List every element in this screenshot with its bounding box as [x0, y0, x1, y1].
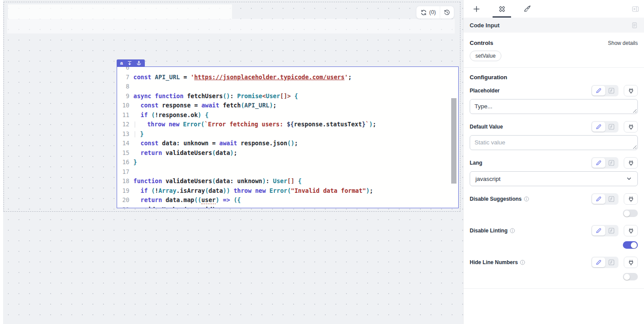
bind-data-button[interactable] — [624, 121, 638, 133]
line-content: } — [133, 158, 458, 167]
editor-scrollbar-thumb[interactable] — [451, 98, 456, 184]
static-mode-button[interactable] — [592, 86, 605, 96]
expression-mode-button[interactable] — [605, 194, 618, 204]
toggle-knob — [624, 274, 630, 280]
components-icon — [498, 5, 506, 13]
line-number: 7 — [117, 73, 133, 82]
line-number: 16 — [117, 158, 133, 167]
line-content: } — [133, 129, 458, 139]
toggle-knob — [624, 210, 630, 217]
widget-name-label[interactable]: a — [120, 61, 123, 66]
static-mode-button[interactable] — [592, 194, 605, 204]
expression-mode-button[interactable] — [605, 86, 618, 96]
code-line-18: 18function validateUsers(data: unknown):… — [117, 177, 458, 186]
line-number: 20 — [117, 195, 133, 205]
line-number: 6 — [117, 67, 133, 73]
auto-height-icon[interactable] — [127, 61, 132, 66]
collapse-panel-button[interactable] — [632, 5, 639, 13]
field-label-default-value: Default Value — [470, 124, 503, 130]
expression-mode-button[interactable] — [605, 226, 618, 236]
code-line-11: 11 if (!response.ok) { — [117, 110, 458, 120]
code-line-16: 16} — [117, 158, 458, 167]
line-content — [133, 82, 458, 92]
line-content: if (!response.ok) { — [133, 110, 458, 120]
static-mode-button[interactable] — [592, 226, 605, 236]
info-icon[interactable] — [524, 196, 529, 202]
static-mode-button[interactable] — [592, 158, 605, 168]
configuration-heading: Configuration — [470, 74, 507, 81]
field-label-disable-suggestions: Disable Suggestions — [470, 196, 529, 202]
config-field-disable-suggestions: Disable Suggestions — [470, 193, 638, 217]
toggle-hide-line-numbers[interactable] — [623, 273, 638, 280]
bind-data-button[interactable] — [624, 85, 638, 96]
expression-mode-button[interactable] — [605, 122, 618, 132]
field-input-default-value[interactable]: Static value — [470, 135, 638, 150]
code-line-20: 20 return data.map((user) => ({ — [117, 195, 458, 205]
line-number: 21 — [117, 205, 133, 208]
toggle-disable-linting[interactable] — [623, 241, 638, 249]
line-content — [133, 167, 458, 177]
resize-handle[interactable] — [633, 109, 637, 113]
resize-handle[interactable] — [633, 145, 637, 149]
code-line-13: 13 } — [117, 129, 458, 139]
history-button[interactable] — [440, 6, 454, 18]
code-line-6: 6 — [117, 67, 458, 73]
field-label-placeholder: Placeholder — [470, 88, 500, 94]
info-icon[interactable] — [520, 260, 525, 265]
control-methods: setValue — [470, 51, 638, 61]
field-label-hide-line-numbers: Hide Line Numbers — [470, 259, 525, 265]
line-content: const response = await fetch(API_URL); — [133, 101, 458, 110]
design-canvas[interactable]: (0) a 67const — [0, 0, 463, 324]
code-line-8: 8 — [117, 82, 458, 92]
inspector-panel: Code Input Controls Show details setValu… — [463, 0, 644, 324]
paintbrush-icon — [523, 5, 531, 13]
toggle-disable-suggestions[interactable] — [623, 210, 638, 217]
bind-data-button[interactable] — [624, 157, 638, 169]
plus-icon — [473, 5, 480, 13]
docs-icon[interactable] — [631, 22, 638, 29]
anchor-icon[interactable] — [136, 61, 141, 66]
static-mode-button[interactable] — [592, 258, 605, 267]
widget-title: Code Input — [470, 22, 500, 29]
binding-mode-buttons — [591, 257, 638, 268]
config-field-lang: Langjavascript — [470, 157, 638, 186]
bind-data-button[interactable] — [624, 193, 638, 205]
canvas-action-bar: (0) — [416, 6, 454, 19]
panel-tabs — [464, 0, 644, 18]
section-divider — [464, 67, 644, 68]
canvas-placeholder-block-2 — [7, 19, 455, 33]
tab-properties[interactable] — [489, 0, 515, 18]
code-line-19: 19 if (!Array.isArray(data)) throw new E… — [117, 186, 458, 196]
config-field-placeholder: PlaceholderType... — [470, 85, 638, 114]
expression-mode-button[interactable] — [605, 158, 618, 168]
line-content: return data.map((user) => ({ — [133, 195, 458, 205]
show-details-link[interactable]: Show details — [608, 40, 638, 46]
code-editor[interactable]: 67const API_URL = 'https://jsonplacehold… — [117, 67, 458, 208]
configuration-fields: PlaceholderType...Default ValueStatic va… — [470, 85, 638, 280]
field-select-lang[interactable]: javascript — [470, 171, 638, 186]
binding-mode-buttons — [591, 121, 638, 133]
expression-mode-button[interactable] — [605, 258, 618, 267]
line-content: function validateUsers(data: unknown): U… — [133, 177, 458, 186]
tab-add-component[interactable] — [464, 0, 489, 18]
field-input-placeholder[interactable]: Type... — [470, 99, 638, 114]
widget-title-bar: Code Input — [464, 18, 644, 33]
line-number: 19 — [117, 186, 133, 196]
static-mode-button[interactable] — [592, 122, 605, 132]
select-value: javascript — [475, 176, 500, 182]
line-number: 11 — [117, 110, 133, 120]
refresh-button[interactable]: (0) — [416, 6, 440, 18]
binding-mode-buttons — [591, 157, 638, 169]
bottom-divider — [464, 288, 644, 289]
info-icon[interactable] — [510, 228, 515, 233]
bind-data-button[interactable] — [624, 257, 638, 268]
line-content: if (!Array.isArray(data)) throw new Erro… — [133, 186, 458, 196]
method-chip-setValue[interactable]: setValue — [470, 51, 501, 61]
code-line-14: 14 const data: unknown = await response.… — [117, 139, 458, 148]
bind-data-button[interactable] — [624, 225, 638, 236]
tab-styles[interactable] — [515, 0, 540, 18]
line-content: const API_URL = 'https://jsonplaceholder… — [133, 73, 458, 82]
refresh-count: (0) — [429, 9, 436, 15]
code-input-widget[interactable]: a 67const API_URL = 'https://jsonplaceho… — [117, 66, 459, 208]
line-number: 9 — [117, 92, 133, 101]
